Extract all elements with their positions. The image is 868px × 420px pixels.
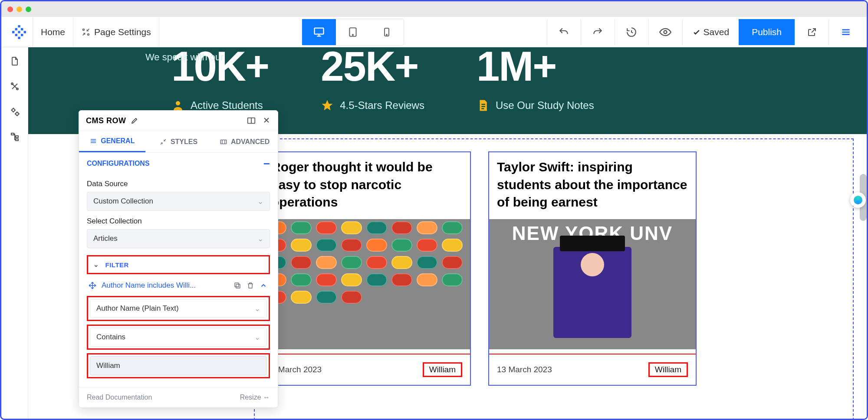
svg-rect-26 <box>220 140 227 144</box>
select-collection-label: Select Collection <box>87 217 270 226</box>
sliders-icon <box>220 138 227 146</box>
panel-tabs: GENERAL STYLES ADVANCED <box>79 131 278 153</box>
chevron-up-icon[interactable] <box>260 282 267 289</box>
open-external-button[interactable] <box>795 19 829 45</box>
tab-general[interactable]: GENERAL <box>79 131 145 152</box>
filter-field-select-wrap: Author Name (Plain Text) ⌄ <box>87 296 270 321</box>
pages-rail-button[interactable] <box>9 55 21 67</box>
mobile-preview-button[interactable] <box>370 19 404 45</box>
star-icon <box>321 99 334 112</box>
resize-handle[interactable]: Resize ↔ <box>240 394 270 401</box>
svg-point-16 <box>664 30 667 33</box>
canvas[interactable]: We speak with our 10K+ Active Students 2… <box>28 47 867 419</box>
svg-rect-11 <box>315 28 324 34</box>
app-logo[interactable] <box>6 25 33 39</box>
page-settings-label: Page Settings <box>94 27 151 37</box>
minimize-window-icon[interactable] <box>16 7 22 12</box>
preview-button[interactable] <box>648 19 682 45</box>
card-author: William <box>423 362 462 377</box>
device-preview-group <box>302 19 404 46</box>
read-documentation-link[interactable]: Read Documentation <box>87 394 152 401</box>
mac-titlebar <box>1 1 867 17</box>
duplicate-icon[interactable] <box>233 282 241 289</box>
card-title: Roger thought it would be easy to stop n… <box>263 152 470 219</box>
filter-value-input-wrap: William <box>87 353 270 378</box>
publish-button[interactable]: Publish <box>739 19 795 45</box>
svg-rect-8 <box>18 36 20 39</box>
page-icon <box>10 56 20 66</box>
svg-point-20 <box>16 112 18 115</box>
svg-point-24 <box>176 101 180 105</box>
svg-rect-2 <box>21 28 23 30</box>
filter-section-header[interactable]: ⌄ FILTER <box>87 255 270 274</box>
svg-point-13 <box>352 34 353 35</box>
filter-rule-row: Author Name includes Willi... <box>87 279 270 292</box>
settings-rail-button[interactable] <box>9 105 21 118</box>
svg-rect-4 <box>18 31 20 33</box>
card-image: NEW YORK UNV <box>489 219 696 349</box>
assistant-bubble[interactable] <box>850 192 866 208</box>
svg-point-9 <box>83 29 85 30</box>
svg-rect-1 <box>15 28 17 30</box>
card-date: 13 March 2023 <box>497 365 552 374</box>
home-button[interactable]: Home <box>33 17 73 47</box>
svg-rect-22 <box>16 136 18 138</box>
article-card[interactable]: Roger thought it would be easy to stop n… <box>263 151 471 386</box>
card-date: 3 March 2023 <box>271 365 322 374</box>
filter-rule-summary[interactable]: Author Name includes Willi... <box>102 281 228 290</box>
svg-rect-23 <box>16 139 18 141</box>
close-icon[interactable] <box>262 116 271 125</box>
trash-icon[interactable] <box>247 282 254 289</box>
data-source-select[interactable]: Custom Collection ⌄ <box>87 192 270 211</box>
svg-rect-21 <box>11 133 14 135</box>
tab-advanced[interactable]: ADVANCED <box>211 131 278 152</box>
chevron-down-icon: ⌄ <box>257 197 263 206</box>
page-settings-button[interactable]: Page Settings <box>73 17 159 47</box>
filter-field-select[interactable]: Author Name (Plain Text) ⌄ <box>90 299 267 318</box>
panel-title: CMS ROW <box>86 116 126 125</box>
undo-button[interactable] <box>547 19 581 45</box>
svg-rect-0 <box>18 25 20 27</box>
filter-operator-select-wrap: Contains ⌄ <box>87 325 270 350</box>
columns-icon[interactable] <box>247 116 256 125</box>
close-window-icon[interactable] <box>7 7 13 12</box>
svg-point-19 <box>12 109 15 112</box>
maximize-window-icon[interactable] <box>26 7 31 12</box>
saved-indicator: Saved <box>682 19 739 45</box>
list-icon <box>89 137 97 145</box>
design-rail-button[interactable] <box>9 80 21 92</box>
section-configurations[interactable]: CONFIGURATIONS − <box>79 153 278 171</box>
redo-icon <box>592 26 603 38</box>
collapse-icon[interactable]: − <box>263 161 270 166</box>
external-link-icon <box>807 27 817 37</box>
filter-operator-select[interactable]: Contains ⌄ <box>90 328 267 347</box>
eye-icon <box>659 26 671 38</box>
structure-rail-button[interactable] <box>9 131 21 143</box>
desktop-preview-button[interactable] <box>302 19 336 45</box>
svg-point-15 <box>386 34 387 35</box>
chevron-down-icon: ⌄ <box>93 261 99 269</box>
article-card[interactable]: Taylor Swift: inspiring students about t… <box>488 151 697 386</box>
select-collection-select[interactable]: Articles ⌄ <box>87 229 270 248</box>
svg-rect-6 <box>15 34 17 36</box>
stat-2: 25K+ 4.5-Stars Reviews <box>321 52 424 112</box>
chevron-down-icon: ⌄ <box>254 304 260 313</box>
stat-3: 1M+ Use Our Study Notes <box>477 52 594 112</box>
assistant-icon <box>854 196 862 204</box>
menu-button[interactable] <box>829 19 862 45</box>
svg-rect-27 <box>236 284 240 288</box>
crossed-tools-icon <box>10 81 20 92</box>
history-icon <box>626 26 637 38</box>
hamburger-icon <box>840 26 852 38</box>
doc-icon <box>477 99 490 112</box>
tree-icon <box>10 131 20 142</box>
hero-tagline: We speak with our <box>145 52 224 63</box>
tablet-icon <box>347 26 358 38</box>
tab-styles[interactable]: STYLES <box>145 131 212 152</box>
tablet-preview-button[interactable] <box>336 19 370 45</box>
redo-button[interactable] <box>581 19 615 45</box>
pencil-icon[interactable] <box>131 117 138 125</box>
move-icon[interactable] <box>89 282 96 289</box>
filter-value-input[interactable]: William <box>90 356 267 375</box>
history-button[interactable] <box>615 19 648 45</box>
